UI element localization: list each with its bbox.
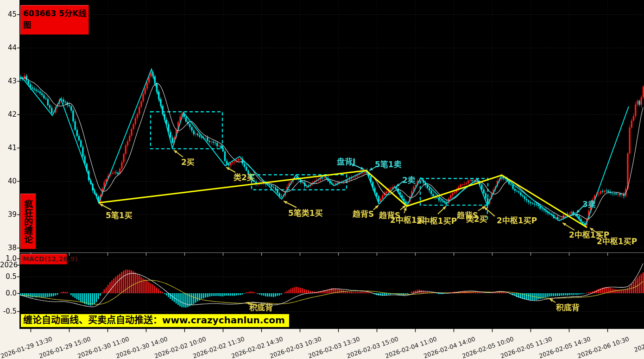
- chart-annotation: 盘背J: [337, 155, 355, 167]
- macd-indicator-label-box: MACD(12,26,9): [20, 254, 67, 265]
- chart-annotation: 2卖: [402, 174, 416, 185]
- chart-annotation: 2中枢1买P: [597, 235, 637, 246]
- chart-title: 603663 5分K线图: [23, 9, 86, 30]
- chart-annotation: 2买: [181, 156, 195, 167]
- axis-label: 43: [0, 77, 17, 85]
- axis-label: 45: [0, 10, 17, 19]
- chart-annotation: 5笔类1买: [288, 207, 323, 218]
- chart-annotation: 类2买: [234, 171, 255, 183]
- chart-annotation: 类2买: [466, 213, 487, 224]
- axis-label: 0.5: [0, 272, 17, 281]
- chart-title-box: 603663 5分K线图: [20, 5, 89, 35]
- chart-annotation: 积底背: [249, 301, 273, 313]
- chart-annotation: 2中枢1买P: [417, 214, 457, 226]
- axis-label: 40: [0, 177, 17, 185]
- promo-banner-text: 缠论自动画线、买卖点自动推送：www.crazychanlun.com: [23, 315, 285, 326]
- axis-label: 39: [0, 210, 17, 219]
- kline-chart-canvas[interactable]: [0, 0, 644, 359]
- chart-annotation: 积底背: [556, 301, 580, 313]
- chart-annotation: 5笔1买: [106, 209, 133, 220]
- axis-label: 41: [0, 144, 17, 152]
- brand-watermark: 疯狂的缠论: [20, 194, 36, 249]
- promo-banner: 缠论自动画线、买卖点自动推送：www.crazychanlun.com: [20, 313, 290, 328]
- chart-annotation: 2中枢1买P: [497, 214, 537, 226]
- axis-label: 38: [0, 244, 17, 252]
- axis-label: 0.0: [0, 289, 17, 297]
- axis-label: 2026: [0, 261, 17, 269]
- chart-annotation: 趋背S: [353, 208, 374, 219]
- chart-annotation: 5笔1卖: [375, 158, 402, 170]
- brand-watermark-text: 疯狂的缠论: [23, 200, 33, 244]
- kline-chart-window: 45444342414039381.020260.50.0-0.5 2026-0…: [0, 0, 644, 359]
- axis-label: 42: [0, 110, 17, 119]
- axis-label: -0.5: [0, 307, 17, 315]
- macd-indicator-label: MACD(12,26,9): [23, 255, 78, 263]
- chart-annotation: 3卖: [582, 198, 596, 209]
- axis-label: 44: [0, 44, 17, 52]
